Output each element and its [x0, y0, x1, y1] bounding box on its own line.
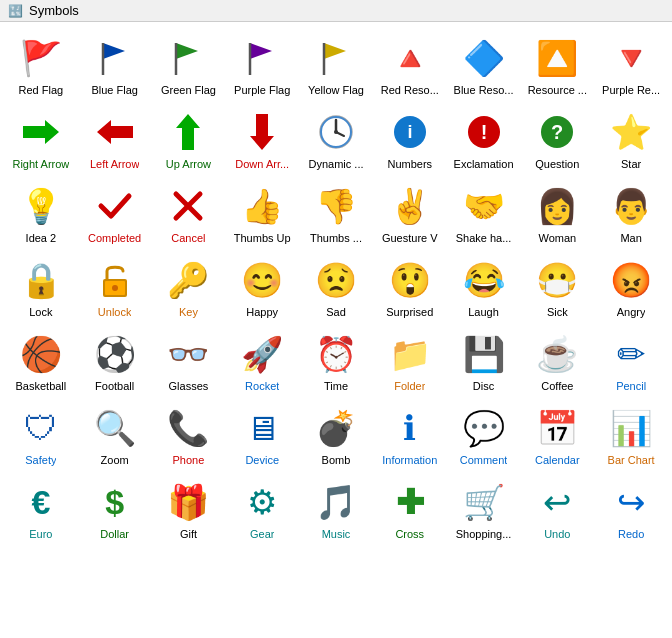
symbol-cell-cancel[interactable]: Cancel [152, 178, 226, 252]
symbol-icon-bomb: 💣 [315, 406, 357, 450]
symbol-cell-man[interactable]: 👨Man [594, 178, 668, 252]
symbol-cell-dollar[interactable]: $Dollar [78, 474, 152, 548]
symbol-cell-unlock[interactable]: Unlock [78, 252, 152, 326]
symbol-cell-football[interactable]: ⚽Football [78, 326, 152, 400]
symbol-cell-green-flag[interactable]: Green Flag [152, 30, 226, 104]
symbol-cell-blue-flag[interactable]: Blue Flag [78, 30, 152, 104]
symbol-label-device: Device [245, 454, 279, 466]
symbol-cell-folder[interactable]: 📁Folder [373, 326, 447, 400]
symbol-cell-idea2[interactable]: 💡Idea 2 [4, 178, 78, 252]
symbol-icon-numbers: i [392, 110, 428, 154]
symbol-icon-surprised: 😲 [389, 258, 431, 302]
symbol-label-shopping: Shopping... [456, 528, 512, 540]
symbol-icon-star: ⭐ [610, 110, 652, 154]
symbol-label-disc: Disc [473, 380, 494, 392]
symbol-label-zoom: Zoom [101, 454, 129, 466]
symbol-cell-key[interactable]: 🔑Key [152, 252, 226, 326]
symbol-cell-numbers[interactable]: iNumbers [373, 104, 447, 178]
symbol-cell-exclamation[interactable]: !Exclamation [447, 104, 521, 178]
symbol-cell-rocket[interactable]: 🚀Rocket [225, 326, 299, 400]
symbol-cell-blue-resource[interactable]: 🔷Blue Reso... [447, 30, 521, 104]
symbol-label-key: Key [179, 306, 198, 318]
symbol-cell-red-flag[interactable]: 🚩Red Flag [4, 30, 78, 104]
symbol-cell-purple-resource[interactable]: 🔻Purple Re... [594, 30, 668, 104]
symbol-cell-information[interactable]: ℹInformation [373, 400, 447, 474]
symbol-label-rocket: Rocket [245, 380, 279, 392]
symbol-cell-shopping[interactable]: 🛒Shopping... [447, 474, 521, 548]
symbol-cell-thumbs-down[interactable]: 👎Thumbs ... [299, 178, 373, 252]
svg-point-16 [334, 130, 338, 134]
title-bar-icon: 🔣 [8, 4, 23, 18]
symbol-cell-angry[interactable]: 😡Angry [594, 252, 668, 326]
symbol-cell-bar-chart[interactable]: 📊Bar Chart [594, 400, 668, 474]
symbol-cell-zoom[interactable]: 🔍Zoom [78, 400, 152, 474]
symbol-icon-safety: 🛡 [24, 406, 58, 450]
symbol-icon-question: ? [539, 110, 575, 154]
svg-point-27 [112, 285, 118, 291]
symbol-cell-gesture-v[interactable]: ✌Guesture V [373, 178, 447, 252]
symbol-cell-coffee[interactable]: ☕Coffee [520, 326, 594, 400]
symbol-cell-down-arrow[interactable]: Down Arr... [225, 104, 299, 178]
symbol-cell-woman[interactable]: 👩Woman [520, 178, 594, 252]
symbol-cell-disc[interactable]: 💾Disc [447, 326, 521, 400]
svg-marker-10 [176, 114, 200, 150]
symbol-icon-woman: 👩 [536, 184, 578, 228]
symbol-label-euro: Euro [29, 528, 52, 540]
symbol-label-happy: Happy [246, 306, 278, 318]
symbol-cell-question[interactable]: ?Question [520, 104, 594, 178]
symbol-cell-yellow-flag[interactable]: Yellow Flag [299, 30, 373, 104]
symbol-cell-right-arrow[interactable]: Right Arrow [4, 104, 78, 178]
symbol-icon-thumbs-down: 👎 [315, 184, 357, 228]
symbol-cell-dynamic[interactable]: Dynamic ... [299, 104, 373, 178]
symbol-cell-glasses[interactable]: 👓Glasses [152, 326, 226, 400]
symbol-icon-folder: 📁 [389, 332, 431, 376]
symbol-cell-up-arrow[interactable]: Up Arrow [152, 104, 226, 178]
symbol-label-dynamic: Dynamic ... [308, 158, 363, 170]
symbol-cell-pencil[interactable]: ✏Pencil [594, 326, 668, 400]
symbol-cell-completed[interactable]: Completed [78, 178, 152, 252]
symbol-label-green-flag: Green Flag [161, 84, 216, 96]
symbol-label-surprised: Surprised [386, 306, 433, 318]
symbol-cell-star[interactable]: ⭐Star [594, 104, 668, 178]
symbol-icon-red-resource: 🔺 [389, 36, 431, 80]
symbol-cell-basketball[interactable]: 🏀Basketball [4, 326, 78, 400]
symbol-cell-red-resource[interactable]: 🔺Red Reso... [373, 30, 447, 104]
symbol-cell-happy[interactable]: 😊Happy [225, 252, 299, 326]
symbol-cell-resource[interactable]: 🔼Resource ... [520, 30, 594, 104]
symbol-cell-surprised[interactable]: 😲Surprised [373, 252, 447, 326]
symbol-label-resource: Resource ... [528, 84, 587, 96]
symbol-cell-euro[interactable]: €Euro [4, 474, 78, 548]
symbol-cell-sad[interactable]: 😟Sad [299, 252, 373, 326]
symbol-cell-device[interactable]: 🖥Device [225, 400, 299, 474]
symbol-cell-cross[interactable]: ✚Cross [373, 474, 447, 548]
symbol-cell-music[interactable]: 🎵Music [299, 474, 373, 548]
symbol-cell-lock[interactable]: 🔒Lock [4, 252, 78, 326]
symbol-icon-euro: € [31, 480, 50, 524]
symbol-icon-cancel [170, 184, 206, 228]
symbol-cell-undo[interactable]: ↩Undo [520, 474, 594, 548]
symbol-icon-time: ⏰ [315, 332, 357, 376]
symbol-cell-thumbs-up[interactable]: 👍Thumbs Up [225, 178, 299, 252]
symbol-cell-laugh[interactable]: 😂Laugh [447, 252, 521, 326]
symbol-cell-gift[interactable]: 🎁Gift [152, 474, 226, 548]
symbol-label-bomb: Bomb [322, 454, 351, 466]
symbol-cell-redo[interactable]: ↪Redo [594, 474, 668, 548]
symbol-cell-time[interactable]: ⏰Time [299, 326, 373, 400]
symbol-cell-calendar[interactable]: 📅Calendar [520, 400, 594, 474]
symbol-label-cross: Cross [395, 528, 424, 540]
symbol-cell-purple-flag[interactable]: Purple Flag [225, 30, 299, 104]
symbol-cell-bomb[interactable]: 💣Bomb [299, 400, 373, 474]
symbol-cell-sick[interactable]: 😷Sick [520, 252, 594, 326]
symbol-label-purple-flag: Purple Flag [234, 84, 290, 96]
symbol-cell-shake-hands[interactable]: 🤝Shake ha... [447, 178, 521, 252]
symbol-cell-phone[interactable]: 📞Phone [152, 400, 226, 474]
symbol-cell-left-arrow[interactable]: Left Arrow [78, 104, 152, 178]
symbol-label-bar-chart: Bar Chart [608, 454, 655, 466]
symbol-cell-gear[interactable]: ⚙Gear [225, 474, 299, 548]
symbol-icon-down-arrow [248, 110, 276, 154]
svg-marker-6 [324, 43, 346, 59]
symbol-icon-unlock [97, 258, 133, 302]
symbol-cell-comment[interactable]: 💬Comment [447, 400, 521, 474]
symbol-icon-gift: 🎁 [167, 480, 209, 524]
symbol-cell-safety[interactable]: 🛡Safety [4, 400, 78, 474]
